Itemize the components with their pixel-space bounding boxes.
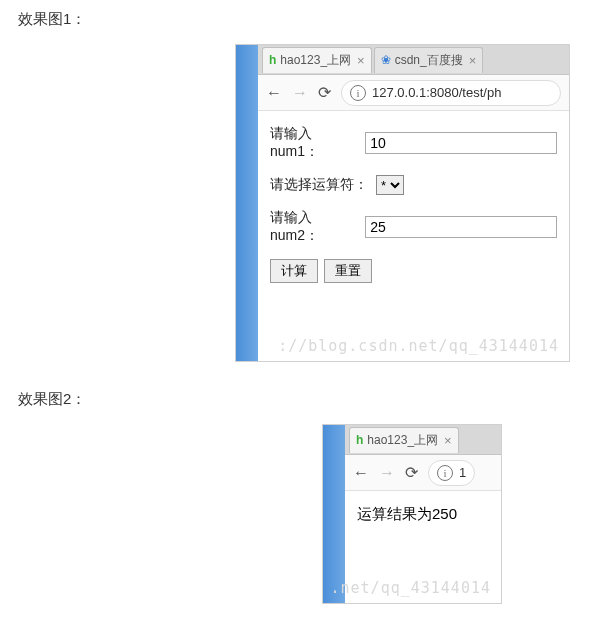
close-icon[interactable]: × [357,53,365,68]
browser-window-1: h hao123_上网 × ❀ csdn_百度搜 × ← → ⟳ i 127.0… [235,44,570,362]
label-operator: 请选择运算符： [270,176,368,194]
label-num1: 请输入num1： [270,125,357,161]
tab-hao123[interactable]: h hao123_上网 × [262,47,372,73]
tab-title: hao123_上网 [280,52,351,69]
page-content-1: 请输入num1： 请选择运算符： * 请输入num2： 计算 重置 ://blo… [258,111,569,361]
reset-button[interactable]: 重置 [324,259,372,283]
watermark: .net/qq_43144014 [331,579,492,597]
baidu-icon: ❀ [381,54,391,66]
label-num2: 请输入num2： [270,209,357,245]
url-input[interactable]: i 127.0.0.1:8080/test/ph [341,80,561,106]
tab-hao123[interactable]: h hao123_上网 × [349,427,459,453]
url-input[interactable]: i 1 [428,460,475,486]
hao123-icon: h [269,54,276,66]
reload-button[interactable]: ⟳ [405,463,418,482]
back-button[interactable]: ← [266,84,282,102]
row-num1: 请输入num1： [270,125,557,161]
tab-csdn[interactable]: ❀ csdn_百度搜 × [374,47,484,73]
forward-button[interactable]: → [292,84,308,102]
browser-window-2: h hao123_上网 × ← → ⟳ i 1 运算结果为250 .net/qq… [322,424,502,604]
tab-bar: h hao123_上网 × ❀ csdn_百度搜 × [258,45,569,75]
page-content-2: 运算结果为250 .net/qq_43144014 [345,491,501,603]
url-text: 1 [459,465,466,480]
tab-title: csdn_百度搜 [395,52,463,69]
watermark: ://blog.csdn.net/qq_43144014 [278,337,559,355]
input-num1[interactable] [365,132,557,154]
row-operator: 请选择运算符： * [270,175,557,195]
address-bar: ← → ⟳ i 1 [345,455,501,491]
reload-button[interactable]: ⟳ [318,83,331,102]
hao123-icon: h [356,434,363,446]
row-num2: 请输入num2： [270,209,557,245]
calc-button[interactable]: 计算 [270,259,318,283]
address-bar: ← → ⟳ i 127.0.0.1:8080/test/ph [258,75,569,111]
tab-bar: h hao123_上网 × [345,425,501,455]
close-icon[interactable]: × [444,433,452,448]
select-operator[interactable]: * [376,175,404,195]
result-text: 运算结果为250 [357,505,489,524]
left-stripe [323,425,345,603]
back-button[interactable]: ← [353,464,369,482]
forward-button[interactable]: → [379,464,395,482]
input-num2[interactable] [365,216,557,238]
left-stripe [236,45,258,361]
button-row: 计算 重置 [270,259,557,283]
tab-title: hao123_上网 [367,432,438,449]
caption-fig1: 效果图1： [18,10,591,29]
info-icon[interactable]: i [437,465,453,481]
info-icon[interactable]: i [350,85,366,101]
close-icon[interactable]: × [469,53,477,68]
url-text: 127.0.0.1:8080/test/ph [372,85,501,100]
caption-fig2: 效果图2： [18,390,591,409]
